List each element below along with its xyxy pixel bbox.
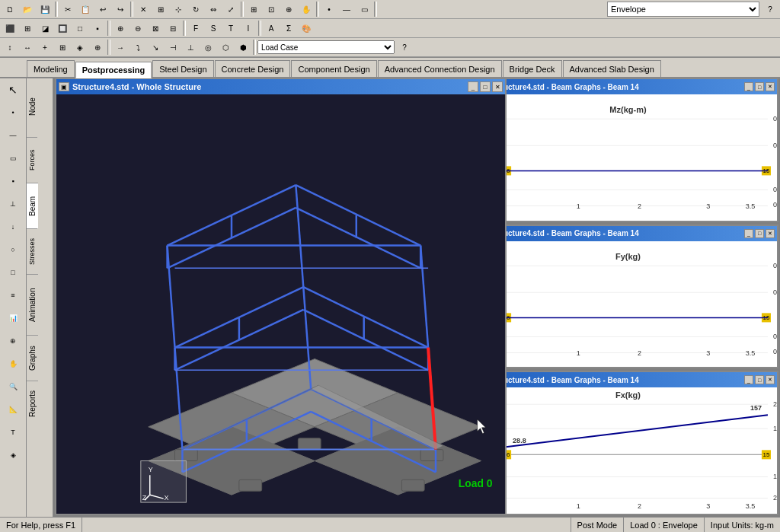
graph1-close[interactable]: ✕ xyxy=(766,82,775,91)
undo-button[interactable]: ↩ xyxy=(94,1,111,18)
view1-button[interactable]: ⬛ xyxy=(2,20,18,37)
label-button[interactable]: A xyxy=(263,20,280,37)
delete-button[interactable]: ✕ xyxy=(135,1,152,18)
solid-tool[interactable]: ▪ xyxy=(2,170,24,192)
graph2-close[interactable]: ✕ xyxy=(766,229,775,238)
open-button[interactable]: 📂 xyxy=(19,1,36,18)
tab-concrete[interactable]: Concrete Design xyxy=(215,60,291,77)
node-tool[interactable]: • xyxy=(2,102,24,123)
tb3-4[interactable]: ⊞ xyxy=(54,39,71,56)
struct-maximize[interactable]: □ xyxy=(480,81,491,92)
view3-button[interactable]: ◪ xyxy=(37,20,53,37)
zoom-window-button[interactable]: ⊟ xyxy=(165,20,181,37)
tb3-6[interactable]: ⊕ xyxy=(89,39,106,56)
diagram-tool[interactable]: 📊 xyxy=(2,307,24,329)
node-label[interactable]: Node xyxy=(27,76,38,137)
save-button[interactable]: 💾 xyxy=(37,1,53,18)
tb3-7[interactable]: → xyxy=(112,39,129,56)
tb3-1[interactable]: ↕ xyxy=(2,39,18,56)
dynamic-tool[interactable]: ◈ xyxy=(2,444,24,466)
move-button[interactable]: ⊹ xyxy=(170,1,187,18)
support-tool[interactable]: ⊥ xyxy=(2,193,24,215)
tab-modeling[interactable]: Modeling xyxy=(27,60,75,77)
tab-advanced[interactable]: Advanced Connection Design xyxy=(378,60,502,77)
view2-button[interactable]: ⊞ xyxy=(19,20,36,37)
side-view-button[interactable]: S xyxy=(205,20,222,37)
tb3-10[interactable]: ⊣ xyxy=(165,39,181,56)
stresses-label[interactable]: Stresses xyxy=(27,228,37,274)
tb3-9[interactable]: ↘ xyxy=(147,39,164,56)
load-tool[interactable]: ↓ xyxy=(2,216,24,237)
snap-button[interactable]: ⊡ xyxy=(263,1,280,18)
beam-tool[interactable]: — xyxy=(2,125,24,146)
redo-button[interactable]: ↪ xyxy=(112,1,129,18)
graph3-close[interactable]: ✕ xyxy=(766,375,775,384)
new-button[interactable]: 🗋 xyxy=(2,1,18,18)
tb3-2[interactable]: ↔ xyxy=(19,39,36,56)
cut-button[interactable]: ✂ xyxy=(59,1,76,18)
animation-label[interactable]: Animation xyxy=(27,274,38,335)
front-view-button[interactable]: F xyxy=(187,20,204,37)
plate-tool[interactable]: ▭ xyxy=(2,148,24,169)
tab-bridge[interactable]: Bridge Deck xyxy=(503,60,562,77)
zoom-box-tool[interactable]: 🔍 xyxy=(2,376,24,397)
tb3-3[interactable]: + xyxy=(37,39,53,56)
zoom-out-button[interactable]: ⊖ xyxy=(129,20,146,37)
mirror-button[interactable]: ⇔ xyxy=(205,1,222,18)
pan-tool[interactable]: ✋ xyxy=(2,353,24,374)
tab-component[interactable]: Component Design xyxy=(291,60,376,77)
beam-label[interactable]: Beam xyxy=(27,183,38,228)
pan-button[interactable]: ✋ xyxy=(298,1,315,18)
envelope-select[interactable]: Envelope xyxy=(607,2,759,17)
result-tool[interactable]: ≡ xyxy=(2,285,24,306)
graph2-max[interactable]: □ xyxy=(755,229,764,238)
graph1-max[interactable]: □ xyxy=(755,82,764,91)
wire-button[interactable]: □ xyxy=(72,20,88,37)
material-tool[interactable]: □ xyxy=(2,262,24,283)
struct-3d-view[interactable]: Load 0 Y Z X xyxy=(56,94,505,514)
tab-postprocessing[interactable]: Postprocessing xyxy=(75,62,152,78)
node-button[interactable]: • xyxy=(321,1,337,18)
tab-steel[interactable]: Steel Design xyxy=(152,60,213,77)
tb3-5[interactable]: ◈ xyxy=(72,39,88,56)
zoom-in-button[interactable]: ⊕ xyxy=(112,20,129,37)
reports-label[interactable]: Reports xyxy=(27,381,38,426)
tb3-14[interactable]: ⬢ xyxy=(235,39,251,56)
load-help[interactable]: ? xyxy=(396,39,413,56)
grid-button[interactable]: ⊞ xyxy=(245,1,262,18)
load-case-select[interactable]: Load Case xyxy=(257,40,395,54)
measure-tool[interactable]: 📐 xyxy=(2,399,24,420)
tb3-12[interactable]: ◎ xyxy=(200,39,216,56)
struct-close[interactable]: ✕ xyxy=(492,81,503,92)
color-button[interactable]: 🎨 xyxy=(298,20,315,37)
scale-button[interactable]: ⤢ xyxy=(222,1,239,18)
section-tool[interactable]: ○ xyxy=(2,239,24,260)
tab-advslab[interactable]: Advanced Slab Design xyxy=(563,60,661,77)
tb3-8[interactable]: ⤵ xyxy=(129,39,146,56)
top-view-button[interactable]: T xyxy=(222,20,239,37)
render-button[interactable]: 🔲 xyxy=(54,20,71,37)
envelope-help-button[interactable]: ? xyxy=(762,1,778,18)
forces-label[interactable]: Forces xyxy=(27,137,37,183)
beam-button[interactable]: — xyxy=(338,1,355,18)
copy-button[interactable]: 📋 xyxy=(77,1,94,18)
tb3-11[interactable]: ⊥ xyxy=(182,39,199,56)
zoom-button[interactable]: ⊕ xyxy=(280,1,297,18)
struct-minimize[interactable]: _ xyxy=(468,81,478,92)
graph2-min[interactable]: _ xyxy=(744,229,753,238)
graphs-label[interactable]: Graphs xyxy=(27,335,38,381)
shade-button[interactable]: ▪ xyxy=(89,20,106,37)
cursor-tool[interactable]: ⊕ xyxy=(2,330,24,352)
tb3-13[interactable]: ⬡ xyxy=(217,39,234,56)
plate-button[interactable]: ▭ xyxy=(356,1,372,18)
zoom-all-button[interactable]: ⊠ xyxy=(147,20,164,37)
graph1-min[interactable]: _ xyxy=(744,82,753,91)
annotate-tool[interactable]: T xyxy=(2,422,24,443)
graph3-min[interactable]: _ xyxy=(744,375,753,384)
graph3-max[interactable]: □ xyxy=(755,375,764,384)
select-button[interactable]: ⊞ xyxy=(152,1,169,18)
rotate-button[interactable]: ↻ xyxy=(187,1,204,18)
iso-view-button[interactable]: I xyxy=(240,20,257,37)
symbol-button[interactable]: Σ xyxy=(280,20,297,37)
select-tool[interactable]: ↖ xyxy=(2,79,24,100)
